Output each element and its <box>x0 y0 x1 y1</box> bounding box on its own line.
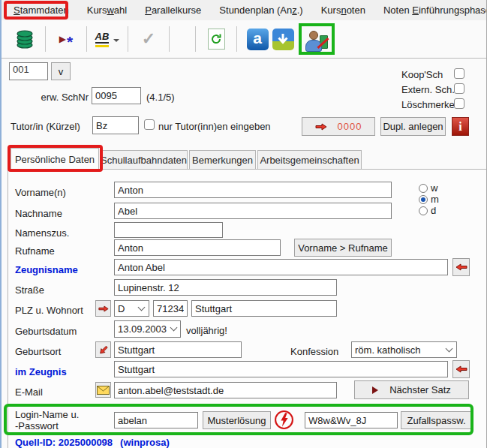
zufallspasswort-button[interactable]: Zufallspassw. <box>401 411 472 429</box>
chevron-down-icon <box>113 39 119 45</box>
im-zeugnis-label: im Zeugnis <box>15 366 67 377</box>
vorname-to-rufname-button[interactable]: Vorname > Rufname <box>294 239 392 257</box>
zeugnisname-label: Zeugnisname <box>15 264 78 275</box>
refresh-icon[interactable] <box>203 25 229 53</box>
import-icon[interactable] <box>270 25 296 53</box>
schnr-suffix: (4.1/5) <box>146 92 175 103</box>
login-label-line1: Login-Name u. <box>15 409 79 420</box>
tab-persoenliche-daten[interactable]: Persönliche Daten <box>11 148 99 170</box>
run-icon[interactable]: ▶* <box>53 25 79 53</box>
login-label-line2: -Passwort <box>15 420 59 431</box>
lightning-icon <box>274 410 294 430</box>
strasse-input[interactable] <box>114 279 337 296</box>
gender-radio-w[interactable] <box>419 184 428 193</box>
red-right-arrow-icon <box>98 305 109 312</box>
tutor-label: Tutor/in (Kürzel) <box>11 121 80 132</box>
toolbar: ▶* AB ✓ a <box>2 20 486 58</box>
loeschmerker-checkbox[interactable] <box>454 98 464 109</box>
land-select[interactable]: D <box>114 300 149 317</box>
quell-id: Quell-ID: 2025000098(winprosa) <box>15 437 170 448</box>
password-input[interactable] <box>305 412 398 428</box>
tab-bemerkungen[interactable]: Bemerkungen <box>189 150 256 170</box>
menu-stundenplan[interactable]: Stundenplan (Anz.) <box>219 5 302 16</box>
toolbar-divider <box>2 58 486 59</box>
im-zeugnis-input[interactable] <box>114 361 448 377</box>
login-name-input[interactable] <box>114 412 198 428</box>
chevron-down-icon <box>170 324 178 332</box>
annotation-green-box-student-icon <box>299 23 335 55</box>
tutor-checkbox-label: nur Tutor(inn)en eingeben <box>158 121 271 132</box>
tutor-input[interactable] <box>92 116 139 134</box>
chevron-down-icon <box>138 303 146 311</box>
tutor-only-checkbox[interactable] <box>144 119 155 130</box>
gender-radio-m[interactable] <box>419 195 428 204</box>
geburtsort-input[interactable] <box>114 341 242 358</box>
zeugnisname-input[interactable] <box>114 259 448 275</box>
rufname-input[interactable] <box>114 239 281 256</box>
geburtsdatum-label: Geburtsdatum <box>15 326 77 337</box>
toolbar-separator <box>86 26 87 52</box>
password-reset-icon[interactable] <box>274 410 294 432</box>
zeugnisname-copy-button[interactable] <box>452 258 470 276</box>
student-book-icon[interactable] <box>304 27 329 56</box>
winprosa-window: Stammdaten Kurswahl Parallelkurse Stunde… <box>0 0 487 448</box>
vorname-label: Vorname(n) <box>15 187 66 198</box>
envelope-icon <box>97 386 110 395</box>
letter-a-icon[interactable]: a <box>245 25 270 53</box>
volljaehrig-note: volljährig! <box>186 325 227 336</box>
wohnort-input[interactable] <box>191 300 337 317</box>
flag-label-externsch: Extern. Sch. <box>401 84 455 95</box>
next-record-button[interactable]: Nächster Satz <box>354 380 469 399</box>
chevron-down-icon <box>446 344 453 352</box>
namenszusatz-input[interactable] <box>114 222 223 238</box>
vorname-input[interactable] <box>114 182 392 198</box>
menubar: Stammdaten Kurswahl Parallelkurse Stunde… <box>2 0 486 20</box>
gender-radio-d[interactable] <box>419 206 428 215</box>
play-icon <box>372 386 382 394</box>
toolbar-separator <box>45 26 46 52</box>
toolbar-separator <box>236 26 237 52</box>
nachname-label: Nachname <box>15 208 62 219</box>
musterloesung-button[interactable]: Musterlösung <box>203 411 271 429</box>
menu-kursnoten[interactable]: Kursnoten <box>321 5 365 16</box>
toolbar-separator <box>169 26 170 52</box>
geburtsort-copy-button[interactable] <box>95 341 111 358</box>
record-nav-button[interactable]: v <box>51 62 71 80</box>
flag-label-loeschmerker: Löschmerker <box>401 99 458 110</box>
goto-record-button[interactable]: 0000 <box>302 117 375 136</box>
konfession-label: Konfession <box>290 346 338 357</box>
nachname-input[interactable] <box>114 203 392 219</box>
tab-schullaufbahndaten[interactable]: Schullaufbahndaten <box>100 150 188 170</box>
tab-arbeitsgemeinschaften[interactable]: Arbeitsgemeinschaften <box>257 150 362 170</box>
red-diagonal-arrow-icon <box>97 344 109 356</box>
plz-wohnort-label: PLZ u. Wohnort <box>15 305 83 316</box>
menu-parallelkurse[interactable]: Parallelkurse <box>145 5 201 16</box>
schnr-label: erw. SchNr <box>32 92 89 103</box>
rufname-label: Rufname <box>15 245 55 257</box>
menu-kurswahl[interactable]: Kurswahl <box>87 5 127 16</box>
konfession-select[interactable]: röm. katholisch <box>351 341 457 358</box>
red-left-arrow-icon <box>455 263 467 271</box>
record-number-field[interactable]: 001 <box>9 62 48 80</box>
gender-label-m: m <box>431 194 439 205</box>
geburtsort-label: Geburtsort <box>15 346 61 357</box>
email-input[interactable] <box>114 382 337 398</box>
namenszusatz-label: Namenszus. <box>15 227 69 239</box>
menu-stammdaten[interactable]: Stammdaten <box>14 5 69 16</box>
database-icon[interactable] <box>12 25 38 53</box>
duplicate-button[interactable]: Dupl. anlegen <box>380 117 446 136</box>
externsch-checkbox[interactable] <box>454 83 464 94</box>
plz-input[interactable] <box>153 300 188 317</box>
sort-ab-icon[interactable]: AB <box>95 25 120 53</box>
confirm-icon[interactable]: ✓ <box>136 25 161 53</box>
schnr-input[interactable] <box>92 87 141 104</box>
geburtsdatum-select[interactable]: 13.09.2003 <box>114 320 181 338</box>
menu-noten-einfuehrungsphase[interactable]: Noten Einführungsphase <box>383 5 487 16</box>
goto-record-value: 0000 <box>338 121 362 132</box>
info-button[interactable]: i <box>452 117 469 136</box>
koopsch-checkbox[interactable] <box>454 68 464 79</box>
plz-lookup-button[interactable] <box>95 300 111 317</box>
im-zeugnis-copy-button[interactable] <box>452 360 470 378</box>
email-send-button[interactable] <box>95 382 111 398</box>
toolbar-separator <box>128 26 128 52</box>
